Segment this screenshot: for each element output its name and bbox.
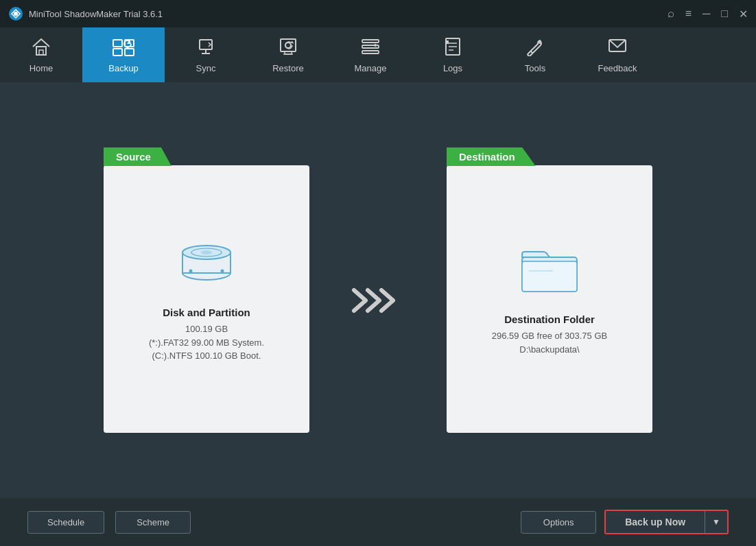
svg-point-2 [14, 12, 18, 16]
close-icon[interactable]: ✕ [739, 8, 748, 21]
svg-point-25 [539, 41, 541, 44]
nav-backup[interactable]: Backup [82, 27, 165, 82]
titlebar-controls: ⌕ ≡ ─ □ ✕ [668, 7, 748, 21]
source-card-details2: (C:).NTFS 100.10 GB Boot. [152, 349, 261, 363]
svg-rect-5 [113, 40, 122, 47]
titlebar: MiniTool ShadowMaker Trial 3.6.1 ⌕ ≡ ─ □… [0, 0, 756, 27]
svg-rect-36 [522, 261, 577, 292]
logs-icon [442, 37, 463, 59]
nav-logs-label: Logs [443, 63, 462, 73]
source-wrapper: Source Disk and Partition [104, 147, 309, 433]
svg-point-33 [221, 270, 224, 273]
maximize-icon[interactable]: □ [721, 8, 728, 20]
nav-feedback-label: Feedback [598, 63, 637, 73]
nav-manage-label: Manage [355, 63, 387, 73]
bottombar-right: Options Back up Now ▼ [521, 510, 729, 534]
titlebar-left: MiniTool ShadowMaker Trial 3.6.1 [8, 6, 163, 21]
destination-label-bar: Destination [447, 147, 536, 166]
destination-label: Destination [447, 147, 536, 166]
restore-icon [278, 37, 298, 59]
schedule-button[interactable]: Schedule [27, 511, 104, 534]
svg-rect-17 [362, 51, 379, 54]
destination-card-path: D:\backupdata\ [519, 343, 579, 357]
nav-sync[interactable]: Sync [165, 27, 247, 82]
backup-now-button[interactable]: Back up Now [606, 511, 705, 533]
destination-card-free: 296.59 GB free of 303.75 GB [492, 329, 607, 343]
disk-icon [176, 235, 237, 293]
svg-rect-15 [362, 40, 379, 43]
nav-logs[interactable]: Logs [412, 27, 494, 82]
source-card-details1: (*:).FAT32 99.00 MB System. [149, 336, 264, 350]
feedback-icon [607, 37, 628, 59]
folder-icon [519, 242, 580, 300]
destination-wrapper: Destination Destination Folder 296.59 GB… [447, 147, 652, 433]
backup-now-group: Back up Now ▼ [604, 510, 729, 534]
destination-card[interactable]: Destination Folder 296.59 GB free of 303… [447, 165, 652, 433]
nav-tools-label: Tools [525, 63, 545, 73]
destination-card-title: Destination Folder [504, 313, 595, 325]
backup-icon [112, 37, 135, 59]
svg-rect-8 [125, 49, 134, 56]
svg-line-24 [530, 51, 532, 53]
nav-manage[interactable]: Manage [329, 27, 412, 82]
bottombar: Schedule Scheme Options Back up Now ▼ [0, 498, 756, 546]
nav-tools[interactable]: Tools [494, 27, 576, 82]
nav-home[interactable]: Home [0, 27, 82, 82]
arrow-icon [351, 283, 405, 318]
svg-point-32 [189, 270, 193, 273]
source-card[interactable]: Disk and Partition 100.19 GB (*:).FAT32 … [104, 165, 309, 433]
svg-rect-3 [36, 47, 46, 55]
svg-rect-23 [445, 40, 449, 44]
sync-icon [196, 37, 216, 59]
nav-restore-label: Restore [272, 63, 304, 73]
tools-icon [525, 37, 545, 59]
nav-sync-label: Sync [196, 63, 216, 73]
source-label: Source [104, 147, 172, 166]
source-card-title: Disk and Partition [163, 307, 250, 318]
nav-backup-label: Backup [108, 63, 138, 73]
minimize-icon[interactable]: ─ [702, 8, 710, 20]
svg-point-18 [374, 44, 377, 47]
menu-icon[interactable]: ≡ [685, 8, 692, 20]
svg-rect-7 [113, 49, 122, 56]
main-content: Source Disk and Partition [0, 82, 756, 498]
nav-restore[interactable]: Restore [247, 27, 329, 82]
backup-now-dropdown[interactable]: ▼ [705, 511, 727, 533]
svg-rect-4 [39, 50, 43, 55]
navbar: Home Backup Sync [0, 27, 756, 82]
scheme-button[interactable]: Scheme [115, 511, 191, 534]
source-label-bar: Source [104, 147, 172, 166]
source-card-size: 100.19 GB [185, 322, 228, 336]
arrow-area [351, 283, 405, 318]
nav-feedback[interactable]: Feedback [576, 27, 659, 82]
svg-rect-11 [281, 39, 296, 51]
app-title: MiniTool ShadowMaker Trial 3.6.1 [29, 9, 163, 19]
app-logo-icon [8, 6, 23, 21]
home-icon [31, 37, 51, 59]
svg-point-31 [201, 250, 212, 254]
manage-icon [360, 37, 381, 59]
bottombar-left: Schedule Scheme [27, 511, 191, 534]
nav-home-label: Home [29, 63, 54, 73]
options-button[interactable]: Options [521, 511, 596, 534]
search-icon[interactable]: ⌕ [668, 7, 674, 21]
